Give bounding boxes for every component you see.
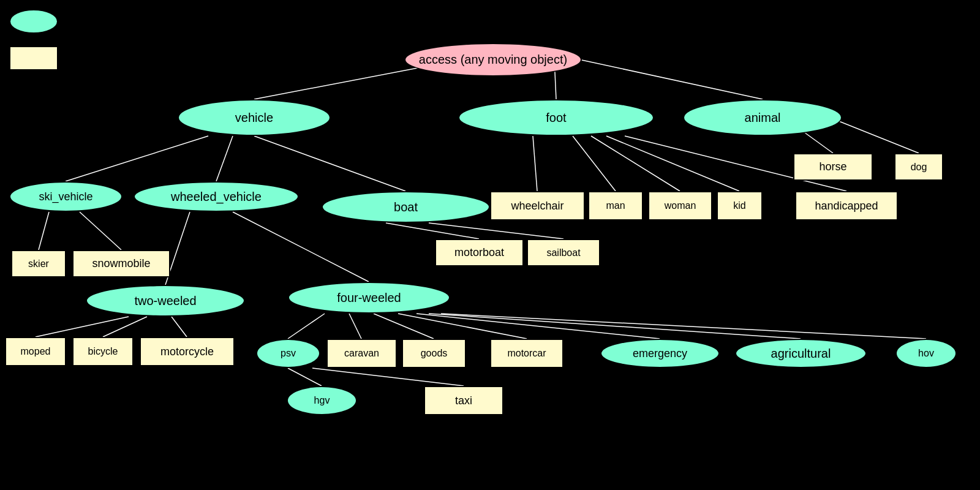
svg-line-24 (374, 314, 434, 339)
svg-line-21 (172, 317, 187, 337)
svg-line-7 (573, 136, 616, 191)
ski_vehicle-node: ski_vehicle (9, 181, 123, 212)
hgv-node: hgv (287, 386, 357, 415)
svg-line-20 (103, 317, 147, 337)
motorcycle-node: motorcycle (140, 337, 235, 366)
svg-line-5 (254, 136, 405, 191)
svg-line-4 (216, 136, 233, 181)
agricultural-node: agricultural (735, 339, 867, 368)
foot-node: foot (458, 99, 654, 136)
emergency-node: emergency (600, 339, 720, 368)
skier-node: skier (11, 250, 66, 277)
psv-node: psv (256, 339, 320, 368)
svg-line-13 (39, 212, 49, 250)
svg-line-2 (579, 59, 763, 99)
svg-line-29 (288, 368, 322, 386)
svg-line-22 (288, 314, 325, 339)
man-node: man (588, 191, 643, 221)
motorcar-node: motorcar (490, 339, 564, 368)
svg-line-14 (80, 212, 121, 250)
legend-ellipse (9, 9, 58, 34)
wheelchair-node: wheelchair (490, 191, 585, 221)
caravan-node: caravan (326, 339, 397, 368)
bicycle-node: bicycle (72, 337, 134, 366)
two_weeled-node: two-weeled (86, 285, 245, 317)
svg-line-6 (533, 136, 537, 191)
svg-line-30 (312, 368, 464, 386)
wheeled_vehicle-node: wheeled_vehicle (134, 181, 299, 212)
svg-line-16 (233, 212, 369, 282)
handicapped-node: handicapped (795, 191, 898, 221)
horse-node: horse (793, 153, 873, 181)
sailboat-node: sailboat (527, 239, 600, 266)
svg-line-26 (417, 314, 660, 339)
svg-line-18 (429, 223, 564, 239)
svg-line-23 (349, 314, 361, 339)
motorboat-node: motorboat (435, 239, 524, 266)
svg-line-28 (441, 314, 926, 339)
animal-node: animal (683, 99, 842, 136)
kid-node: kid (717, 191, 763, 221)
svg-line-9 (606, 136, 739, 191)
svg-line-19 (36, 317, 129, 337)
dog-node: dog (894, 153, 943, 181)
hov-node: hov (895, 339, 957, 368)
four_weeled-node: four-weeled (288, 282, 450, 314)
snowmobile-node: snowmobile (72, 250, 170, 277)
svg-line-27 (429, 314, 801, 339)
goods-node: goods (402, 339, 466, 368)
moped-node: moped (5, 337, 66, 366)
legend-rect (9, 46, 58, 70)
svg-line-8 (591, 136, 680, 191)
svg-line-25 (398, 314, 527, 339)
vehicle-node: vehicle (178, 99, 331, 136)
taxi-node: taxi (424, 386, 503, 415)
svg-line-17 (386, 223, 479, 239)
svg-line-12 (830, 118, 919, 153)
woman-node: woman (648, 191, 712, 221)
boat-node: boat (322, 191, 490, 223)
access-node: access (any moving object) (404, 43, 582, 77)
svg-line-3 (66, 136, 208, 181)
